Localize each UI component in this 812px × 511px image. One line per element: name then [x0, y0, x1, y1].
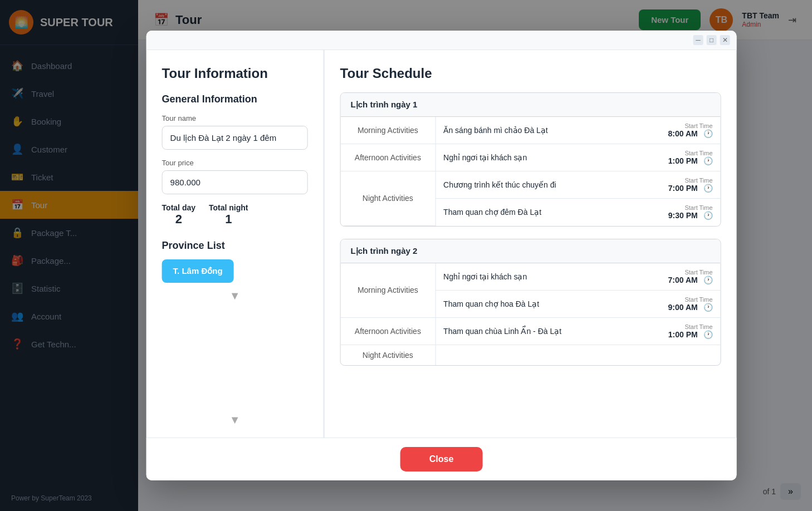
activity-cell: Morning Activities — [341, 117, 436, 144]
description-cell: Ăn sáng bánh mì chảo Đà Lạt — [436, 117, 648, 144]
description-cell — [436, 345, 648, 365]
tour-price-label: Tour price — [162, 159, 308, 167]
time-label: Start Time — [656, 269, 713, 276]
clock-icon[interactable]: 🕐 — [703, 184, 713, 193]
maximize-button[interactable]: □ — [707, 35, 717, 45]
modal-body: Tour Information General Information Tou… — [146, 50, 737, 438]
table-row: Afternoon Activities Nghỉ ngơi tại khách… — [341, 144, 721, 171]
time-label: Start Time — [656, 323, 713, 330]
tour-info-modal: ─ □ ✕ Tour Information General Informati… — [146, 31, 737, 480]
day-2-table: Morning Activities Nghỉ ngơi tại khách s… — [341, 263, 721, 365]
time-value: 1:00 PM — [668, 330, 698, 339]
description-cell: Tham quan chợ đêm Đà Lạt — [436, 199, 648, 226]
clock-icon[interactable]: 🕐 — [703, 330, 713, 339]
modal-footer: Close — [146, 438, 737, 480]
time-label: Start Time — [656, 177, 713, 184]
clock-icon[interactable]: 🕐 — [703, 156, 713, 165]
total-day: Total day 2 — [162, 203, 195, 227]
description-cell: Tham quan chợ hoa Đà Lạt — [436, 290, 648, 317]
table-row: Night Activities — [341, 345, 721, 365]
day-1-block: Lịch trình ngày 1 Morning Activities Ăn … — [340, 92, 721, 227]
table-row: Morning Activities Nghỉ ngơi tại khách s… — [341, 263, 721, 291]
day-1-header: Lịch trình ngày 1 — [341, 93, 721, 117]
province-section-title: Province List — [162, 240, 308, 252]
panel-title: Tour Information — [162, 66, 308, 81]
total-day-value: 2 — [162, 212, 195, 227]
right-panel: Tour Schedule Lịch trình ngày 1 Morning … — [325, 50, 737, 438]
minimize-button[interactable]: ─ — [693, 35, 703, 45]
schedule-title: Tour Schedule — [340, 66, 721, 81]
tour-name-input[interactable] — [162, 126, 308, 150]
day-1-table: Morning Activities Ăn sáng bánh mì chảo … — [341, 117, 721, 226]
time-cell: Start Time 1:00 PM 🕐 — [648, 317, 721, 345]
clock-icon[interactable]: 🕐 — [703, 211, 713, 220]
total-day-label: Total day — [162, 203, 195, 212]
time-label: Start Time — [656, 150, 713, 156]
modal-titlebar: ─ □ ✕ — [146, 31, 737, 50]
description-cell: Nghỉ ngơi tại khách sạn — [436, 144, 648, 171]
time-cell: Start Time 9:30 PM 🕐 — [648, 199, 721, 226]
clock-icon[interactable]: 🕐 — [703, 276, 713, 284]
time-cell — [648, 345, 721, 365]
time-cell: Start Time 8:00 AM 🕐 — [648, 117, 721, 144]
time-label: Start Time — [656, 296, 713, 303]
time-cell: Start Time 9:00 AM 🕐 — [648, 290, 721, 317]
time-cell: Start Time 7:00 AM 🕐 — [648, 263, 721, 291]
clock-icon[interactable]: 🕐 — [703, 303, 713, 312]
left-panel: Tour Information General Information Tou… — [146, 50, 325, 438]
time-value: 9:30 PM — [668, 211, 698, 220]
description-cell: Nghỉ ngơi tại khách sạn — [436, 263, 648, 291]
totals-row: Total day 2 Total night 1 — [162, 203, 308, 227]
total-night-label: Total night — [209, 203, 248, 212]
activity-cell: Afternoon Activities — [341, 317, 436, 345]
activity-cell: Afternoon Activities — [341, 144, 436, 171]
time-cell: Start Time 1:00 PM 🕐 — [648, 144, 721, 171]
province-badge[interactable]: T. Lâm Đồng — [162, 259, 234, 283]
tour-name-label: Tour name — [162, 114, 308, 122]
total-night: Total night 1 — [209, 203, 248, 227]
activity-cell: Night Activities — [341, 345, 436, 365]
table-row: Afternoon Activities Tham quan chùa Linh… — [341, 317, 721, 345]
time-label: Start Time — [656, 122, 713, 129]
scroll-down-icon: ▼ — [162, 289, 308, 302]
activity-cell: Night Activities — [341, 171, 436, 226]
description-cell: Chương trình kết thúc chuyến đi — [436, 171, 648, 199]
table-row: Night Activities Chương trình kết thúc c… — [341, 171, 721, 199]
time-value: 1:00 PM — [668, 156, 698, 165]
day-2-header: Lịch trình ngày 2 — [341, 239, 721, 263]
time-value: 8:00 AM — [668, 129, 698, 138]
time-value: 7:00 AM — [668, 276, 698, 284]
day-2-block: Lịch trình ngày 2 Morning Activities Ngh… — [340, 239, 721, 366]
scroll-down-icon-2: ▼ — [162, 414, 308, 426]
time-label: Start Time — [656, 204, 713, 211]
tour-price-input[interactable] — [162, 170, 308, 194]
time-value: 9:00 AM — [668, 303, 698, 312]
total-night-value: 1 — [209, 212, 248, 227]
description-cell: Tham quan chùa Linh Ẩn - Đà Lạt — [436, 317, 648, 345]
table-row: Morning Activities Ăn sáng bánh mì chảo … — [341, 117, 721, 144]
clock-icon[interactable]: 🕐 — [703, 129, 713, 138]
general-section-title: General Information — [162, 94, 308, 105]
time-cell: Start Time 7:00 PM 🕐 — [648, 171, 721, 199]
activity-cell: Morning Activities — [341, 263, 436, 318]
time-value: 7:00 PM — [668, 184, 698, 193]
close-button[interactable]: Close — [400, 447, 483, 471]
modal-close-button[interactable]: ✕ — [720, 35, 730, 45]
